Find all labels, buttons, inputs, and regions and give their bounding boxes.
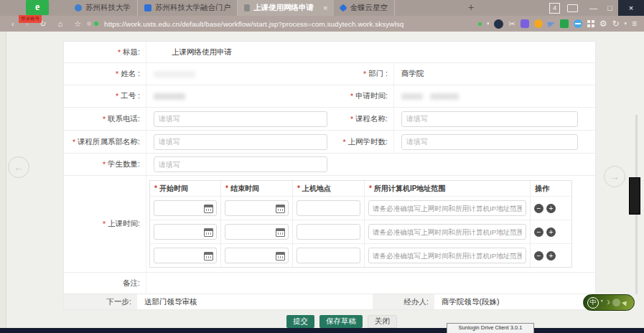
ime-punctuation-icon[interactable]: ❜ xyxy=(601,299,603,306)
course-cell xyxy=(394,108,597,130)
location-cell xyxy=(292,243,364,267)
remove-row-button[interactable]: − xyxy=(534,251,543,261)
phone-input[interactable] xyxy=(154,111,327,127)
calendar-icon[interactable] xyxy=(276,252,285,261)
wechat-icon[interactable] xyxy=(560,19,569,28)
save-draft-button[interactable]: 保存草稿 xyxy=(319,315,363,328)
chevron-down-icon[interactable]: ▾ xyxy=(624,21,627,27)
ime-arrow-icon[interactable] xyxy=(622,299,629,306)
minimize-button[interactable]: — xyxy=(585,0,602,16)
dept-value: 商学院 xyxy=(394,63,597,85)
course-dept-input[interactable] xyxy=(154,134,327,150)
required-marker: * xyxy=(225,184,228,192)
kingdee-favicon xyxy=(340,4,347,11)
history-undo-icon[interactable]: ↻ xyxy=(612,19,619,29)
course-input[interactable] xyxy=(401,111,578,127)
header-end-time: * 结束时间 xyxy=(220,181,292,196)
adblock-icon[interactable] xyxy=(494,19,503,29)
add-row-button[interactable]: + xyxy=(546,228,556,237)
back-icon[interactable]: ‹ xyxy=(11,19,14,28)
apps-grid-icon[interactable] xyxy=(587,20,590,23)
calendar-icon[interactable] xyxy=(276,228,285,237)
site-info-icon[interactable] xyxy=(87,22,91,26)
form-row-students: * 学生数量: xyxy=(64,153,595,175)
calendar-icon[interactable] xyxy=(204,228,213,237)
tab-close-icon[interactable]: × xyxy=(323,4,327,12)
ip-range-input[interactable] xyxy=(368,224,526,240)
login-account-badge[interactable]: 登录账号 xyxy=(19,15,42,23)
url-text[interactable]: https://work.usts.edu.cn/default/base/wo… xyxy=(104,20,403,28)
bookmark-star-icon[interactable]: ☆ xyxy=(74,19,81,29)
chevron-down-icon[interactable]: ▾ xyxy=(487,21,490,27)
redacted-name xyxy=(154,71,195,78)
browser-logo[interactable]: e xyxy=(26,0,49,15)
close-window-button[interactable]: × xyxy=(618,0,644,16)
submit-button[interactable]: 提交 xyxy=(286,315,314,328)
next-step-value[interactable]: 送部门领导审核 xyxy=(137,294,373,309)
settings-gear-icon[interactable]: ⚙ xyxy=(599,19,607,29)
start-time-cell xyxy=(150,220,220,243)
form-row-id-time: * 工号 : * 申请时间: xyxy=(64,85,595,107)
ip-range-input[interactable] xyxy=(368,200,526,216)
secure-lock-icon xyxy=(94,22,98,26)
download-count-badge[interactable]: 4 xyxy=(549,3,560,14)
name-label: * 姓名 : xyxy=(64,63,146,85)
close-button[interactable]: 关闭 xyxy=(368,315,397,328)
ip-range-input[interactable] xyxy=(368,248,526,263)
share-minus-icon[interactable] xyxy=(574,19,582,28)
tab-usts-home[interactable]: 苏州科技大学 xyxy=(68,0,138,16)
restore-button[interactable]: □ xyxy=(602,0,618,16)
ip-range-cell xyxy=(364,243,530,267)
new-tab-button[interactable]: + xyxy=(463,0,479,16)
required-marker: * xyxy=(342,138,345,146)
ime-chinese-mode-icon[interactable]: 中 xyxy=(587,297,599,309)
start-time-cell xyxy=(150,243,220,267)
tray-icon[interactable] xyxy=(567,4,578,12)
required-marker: * xyxy=(118,48,121,57)
window-controls: 4 — □ × xyxy=(549,0,644,16)
page-next-arrow[interactable]: → xyxy=(604,166,625,187)
remove-row-button[interactable]: − xyxy=(534,204,543,213)
phone-label: * 联系电话: xyxy=(64,108,146,130)
required-marker: * xyxy=(363,70,366,78)
location-input[interactable] xyxy=(297,248,360,263)
location-input[interactable] xyxy=(297,224,360,240)
tab-usts-portal[interactable]: 苏州科技大学融合门户 xyxy=(138,0,238,16)
send-page-icon[interactable] xyxy=(547,20,556,28)
calendar-icon[interactable] xyxy=(204,205,213,213)
location-input[interactable] xyxy=(297,200,360,216)
tab-network-application[interactable]: 上课使用网络申请 × xyxy=(238,0,334,16)
extension-purple-icon[interactable] xyxy=(521,19,529,28)
hours-input[interactable] xyxy=(401,134,578,150)
tab-strip: 苏州科技大学 苏州科技大学融合门户 上课使用网络申请 × 金蝶云星空 xyxy=(68,0,395,16)
ime-keyboard-icon[interactable] xyxy=(612,299,620,306)
calendar-icon[interactable] xyxy=(204,252,213,261)
add-row-button[interactable]: + xyxy=(546,204,556,213)
form-row-phone-course: * 联系电话: * 课程名称: xyxy=(64,107,595,130)
students-input[interactable] xyxy=(154,156,327,172)
ime-toolbar[interactable]: 中 ❜ ☽ xyxy=(583,294,635,311)
home-icon[interactable]: ⌂ xyxy=(58,19,63,28)
add-row-button[interactable]: + xyxy=(546,251,556,261)
start-time-cell xyxy=(150,196,220,220)
remark-label: 备注: xyxy=(64,273,146,294)
required-marker: * xyxy=(154,184,157,192)
calendar-icon[interactable] xyxy=(276,205,285,213)
empid-label: * 工号 : xyxy=(64,85,146,107)
required-marker: * xyxy=(73,138,75,146)
menu-icon[interactable]: ≡ xyxy=(632,19,637,29)
required-marker: * xyxy=(116,70,118,78)
class-time-label: * 上课时间: xyxy=(64,176,146,272)
ip-range-cell xyxy=(364,196,530,220)
tab-kingdee-cloud[interactable]: 金蝶云星空 xyxy=(334,0,395,16)
end-time-cell xyxy=(220,196,292,220)
workflow-footer: 下一步: 送部门领导审核 经办人: 商学院领导(段姝) xyxy=(63,294,596,310)
extension-orange-icon[interactable] xyxy=(534,19,543,28)
required-marker: * xyxy=(103,220,106,228)
page-prev-arrow[interactable]: ← xyxy=(8,156,29,178)
ime-moon-icon[interactable]: ☽ xyxy=(605,299,610,306)
handler-value[interactable]: 商学院领导(段姝) xyxy=(434,294,595,309)
scrollbar-thumb[interactable] xyxy=(629,177,640,215)
remove-row-button[interactable]: − xyxy=(534,228,543,237)
screenshot-scissors-icon[interactable]: ✂ xyxy=(508,19,515,29)
